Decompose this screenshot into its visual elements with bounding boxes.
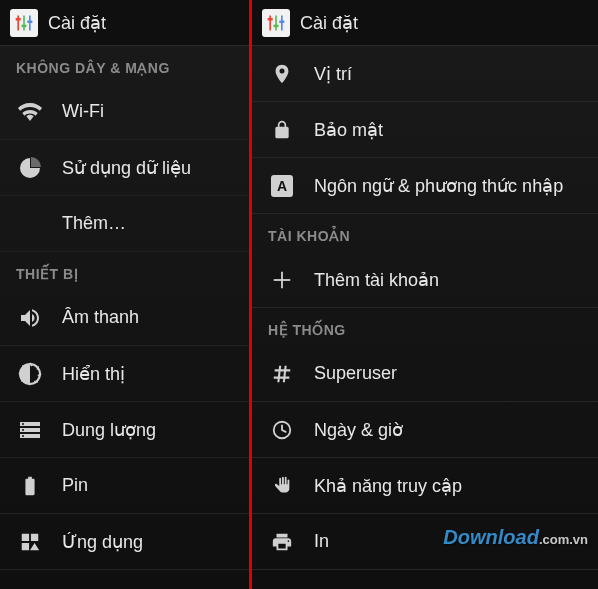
item-label: Thêm tài khoản bbox=[314, 269, 439, 291]
titlebar-left: Cài đặt bbox=[0, 0, 249, 46]
data-usage-icon bbox=[16, 154, 44, 182]
item-label: Khả năng truy cập bbox=[314, 475, 462, 497]
item-data-usage[interactable]: Sử dụng dữ liệu bbox=[0, 140, 249, 196]
app-title: Cài đặt bbox=[48, 12, 106, 34]
lock-icon bbox=[268, 116, 296, 144]
item-wifi[interactable]: Wi-Fi bbox=[0, 84, 249, 140]
item-label: Vị trí bbox=[314, 63, 352, 85]
item-accessibility[interactable]: Khả năng truy cập bbox=[252, 458, 598, 514]
plus-icon bbox=[268, 266, 296, 294]
section-accounts: TÀI KHOẢN bbox=[252, 214, 598, 252]
item-security[interactable]: Bảo mật bbox=[252, 102, 598, 158]
app-title: Cài đặt bbox=[300, 12, 358, 34]
item-label: In bbox=[314, 531, 329, 552]
empty-icon bbox=[16, 210, 44, 238]
hand-icon bbox=[268, 472, 296, 500]
item-display[interactable]: Hiển thị bbox=[0, 346, 249, 402]
item-label: Hiển thị bbox=[62, 363, 125, 385]
location-icon bbox=[268, 60, 296, 88]
item-print[interactable]: In bbox=[252, 514, 598, 570]
storage-icon bbox=[16, 416, 44, 444]
item-label: Ngày & giờ bbox=[314, 419, 403, 441]
item-date-time[interactable]: Ngày & giờ bbox=[252, 402, 598, 458]
sound-icon bbox=[16, 304, 44, 332]
app-icon bbox=[262, 9, 290, 37]
wifi-icon bbox=[16, 98, 44, 126]
item-label: Superuser bbox=[314, 363, 397, 384]
item-battery[interactable]: Pin bbox=[0, 458, 249, 514]
item-apps[interactable]: Ứng dụng bbox=[0, 514, 249, 570]
battery-icon bbox=[16, 472, 44, 500]
input-icon: A bbox=[268, 172, 296, 200]
item-label: Âm thanh bbox=[62, 307, 139, 328]
item-add-account[interactable]: Thêm tài khoản bbox=[252, 252, 598, 308]
item-label: Thêm… bbox=[62, 213, 126, 234]
item-label: Dung lượng bbox=[62, 419, 156, 441]
printer-icon bbox=[268, 528, 296, 556]
item-label: Ngôn ngữ & phương thức nhập bbox=[314, 175, 563, 197]
item-label: Pin bbox=[62, 475, 88, 496]
settings-panel-left: Cài đặt KHÔNG DÂY & MẠNG Wi-Fi Sử dụng d… bbox=[0, 0, 252, 589]
item-label: Wi-Fi bbox=[62, 101, 104, 122]
item-storage[interactable]: Dung lượng bbox=[0, 402, 249, 458]
section-system: HỆ THỐNG bbox=[252, 308, 598, 346]
apps-icon bbox=[16, 528, 44, 556]
item-sound[interactable]: Âm thanh bbox=[0, 290, 249, 346]
item-label: Sử dụng dữ liệu bbox=[62, 157, 191, 179]
clock-icon bbox=[268, 416, 296, 444]
titlebar-right: Cài đặt bbox=[252, 0, 598, 46]
section-device: THIẾT BỊ bbox=[0, 252, 249, 290]
item-label: Ứng dụng bbox=[62, 531, 143, 553]
item-more[interactable]: Thêm… bbox=[0, 196, 249, 252]
settings-panel-right: Cài đặt Vị trí Bảo mật A Ngôn ngữ & phươ… bbox=[252, 0, 598, 589]
hash-icon bbox=[268, 360, 296, 388]
item-language-input[interactable]: A Ngôn ngữ & phương thức nhập bbox=[252, 158, 598, 214]
item-label: Bảo mật bbox=[314, 119, 383, 141]
app-icon bbox=[10, 9, 38, 37]
item-superuser[interactable]: Superuser bbox=[252, 346, 598, 402]
section-wireless: KHÔNG DÂY & MẠNG bbox=[0, 46, 249, 84]
display-icon bbox=[16, 360, 44, 388]
item-location[interactable]: Vị trí bbox=[252, 46, 598, 102]
